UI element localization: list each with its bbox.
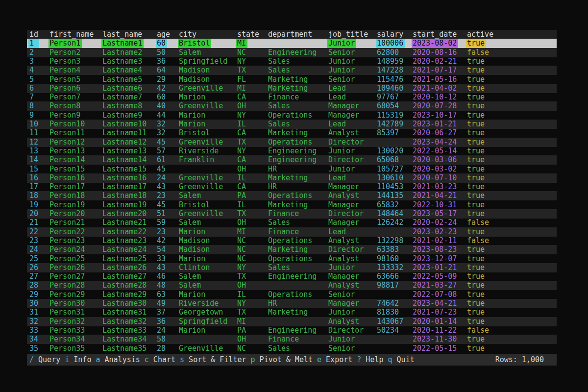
table-row[interactable]: 27Person27Lastname2746SalemTXEngineering… — [27, 272, 557, 281]
cell-salary: 130020 — [377, 147, 403, 156]
table-row[interactable]: 10Person10Lastname1032MarionILSalesLead1… — [27, 120, 557, 129]
cell-start_date: 2022-07-08 — [413, 290, 457, 299]
menu-item-sort-filter[interactable]: s Sort & Filter — [180, 355, 246, 364]
table-row[interactable]: 19Person19Lastname1945BristolILMarketing… — [27, 200, 557, 210]
table-row[interactable]: 8Person8Lastname840GreenvilleOHSalesMana… — [27, 101, 557, 111]
cell-salary: 115476 — [377, 75, 403, 84]
cell-active: true — [467, 299, 485, 308]
cell-city: Greenville — [179, 182, 223, 192]
table-row[interactable]: 30Person30Lastname3049RiversideNYHRManag… — [27, 299, 557, 308]
cell-job_title: Analyst — [328, 128, 359, 138]
menu-key: e — [317, 355, 321, 364]
table-row[interactable]: 20Person20Lastname2051GreenvilleTXFinanc… — [27, 209, 557, 219]
header-cell-age: age — [157, 30, 170, 39]
cell-job_title: Manager — [328, 299, 359, 308]
cell-salary: 147228 — [377, 66, 403, 75]
menu-item-info[interactable]: i Info — [65, 355, 91, 364]
menu-key: ? — [357, 355, 361, 364]
cell-salary: 133332 — [377, 263, 403, 272]
cell-state: TX — [237, 209, 246, 219]
cell-start_date: 2021-04-02 — [413, 84, 457, 93]
table-row[interactable]: 2Person2Lastname250SalemNCEngineeringSen… — [27, 48, 557, 57]
cell-id: 34 — [29, 335, 38, 344]
cell-active: true — [467, 155, 485, 165]
table-row[interactable]: 33Person33Lastname3324MarionPAEngineerin… — [27, 326, 557, 335]
cell-city: Bristol — [179, 200, 210, 210]
table-row-selected[interactable]: 1Person1Lastname160BristolMIJunior100006… — [27, 39, 557, 48]
table-row[interactable]: 9Person9Lastname944MarionNYOperationsMan… — [27, 111, 557, 120]
cell-department: Sales — [268, 66, 290, 75]
menu-item-pivot-melt[interactable]: p Pivot & Melt — [251, 355, 313, 364]
cell-department: Marketing — [268, 200, 308, 210]
cell-age: 58 — [157, 335, 166, 344]
cell-city: Salem — [179, 191, 201, 200]
table-row[interactable]: 15Person15Lastname1545OHHRJunior10572720… — [27, 165, 557, 174]
table-row[interactable]: 25Person25Lastname2533MarionNCOperations… — [27, 254, 557, 264]
table-row[interactable]: 14Person14Lastname1461FranklinCAEngineer… — [27, 155, 557, 165]
cell-job_title: Junior — [328, 165, 355, 174]
cell-age: 54 — [157, 245, 166, 254]
cell-age: 64 — [157, 66, 166, 75]
table-row[interactable]: 29Person29Lastname2963MarionILOperations… — [27, 290, 557, 299]
cell-salary: 81830 — [377, 308, 399, 317]
table-row[interactable]: 11Person11Lastname1132BristolCAMarketing… — [27, 128, 557, 138]
table-row[interactable]: 32Person32Lastname3236SpringfieldMIAnaly… — [27, 317, 557, 326]
table-row[interactable]: 4Person4Lastname464MadisonTXSalesJunior1… — [27, 66, 557, 75]
cell-age: 57 — [157, 147, 166, 156]
cell-active: true — [467, 200, 485, 210]
cell-id: 2 — [29, 48, 34, 57]
menu-item-quit[interactable]: q Quit — [388, 355, 415, 364]
table-row[interactable]: 3Person3Lastname336SpringfieldNYSalesJun… — [27, 57, 557, 66]
table-row[interactable]: 34Person34Lastname3458OHFinanceJunior202… — [27, 335, 557, 344]
cell-active: true — [467, 335, 485, 344]
cell-age: 32 — [157, 120, 166, 129]
cell-salary: 85397 — [377, 128, 399, 138]
table-row[interactable]: 28Person28Lastname2848SalemOHAnalyst9881… — [27, 281, 557, 290]
cell-start_date: 2022-05-09 — [413, 272, 457, 281]
table-row[interactable]: 18Person18Lastname1823SalemPAOperationsA… — [27, 191, 557, 200]
cell-active: true — [467, 263, 485, 272]
cell-last_name: Lastname33 — [102, 326, 147, 335]
cell-job_title: Analyst — [328, 317, 359, 326]
menu-item-analysis[interactable]: a Analysis — [96, 355, 140, 364]
table-row[interactable]: 16Person16Lastname1624GreenvilleILMarket… — [27, 173, 557, 183]
cell-department: Marketing — [268, 84, 308, 93]
cell-state: CA — [237, 93, 246, 102]
table-row[interactable]: 17Person17Lastname1743GreenvilleCAHRMana… — [27, 182, 557, 192]
menu-item-export[interactable]: e Export — [317, 355, 352, 364]
table-row[interactable]: 21Person21Lastname2159SalemOHSalesManage… — [27, 218, 557, 227]
cell-city: Salem — [179, 272, 201, 281]
cell-first_name: Person34 — [49, 335, 85, 344]
menu-key: s — [180, 355, 184, 364]
cell-id: 27 — [29, 272, 38, 281]
table-row[interactable]: 12Person12Lastname1245GreenvilleTXOperat… — [27, 138, 557, 147]
cell-state: PA — [237, 326, 246, 335]
cell-id: 8 — [29, 101, 34, 111]
cell-state: IL — [237, 120, 246, 129]
menu-item-chart[interactable]: c Chart — [145, 355, 175, 364]
table-row[interactable]: 13Person13Lastname1357RiversideNYEnginee… — [27, 147, 557, 156]
menu-item-query[interactable]: / Query — [29, 355, 60, 364]
menu-label: Help — [361, 355, 383, 364]
cell-state: FL — [237, 75, 246, 84]
cell-first_name: Person8 — [49, 101, 80, 111]
table-row[interactable]: 24Person24Lastname2454MadisonNCMarketing… — [27, 245, 557, 254]
cell-salary: 62800 — [377, 48, 399, 57]
cell-salary: 148464 — [377, 209, 403, 219]
cell-salary: 130610 — [377, 173, 403, 183]
table-row[interactable]: 31Person31Lastname3137GeorgetownTXMarket… — [27, 308, 557, 317]
table-row[interactable]: 6Person6Lastname642GreenvilleMIMarketing… — [27, 84, 557, 93]
cell-job_title: Junior — [328, 263, 355, 272]
table-row[interactable]: 7Person7Lastname760MarionCAFinanceLead97… — [27, 93, 557, 102]
table-row[interactable]: 26Person26Lastname2643ClintonNYSalesJuni… — [27, 263, 557, 272]
cell-start_date: 2023-05-17 — [413, 209, 457, 219]
cell-job_title: Lead — [328, 120, 346, 129]
menu-item-help[interactable]: ? Help — [357, 355, 383, 364]
table-row[interactable]: 5Person5Lastname529MadisonFLMarketingSen… — [27, 75, 557, 84]
cell-city: Madison — [179, 245, 210, 254]
table-row[interactable]: 22Person22Lastname2223MarionMIFinanceLea… — [27, 227, 557, 237]
table-row[interactable]: 35Person35Lastname3528GreenvilleNCSalesS… — [27, 344, 557, 353]
table-row[interactable]: 23Person23Lastname2342MadisonNCOperation… — [27, 236, 557, 245]
cell-age: 60 — [157, 93, 166, 102]
cell-active: true — [467, 138, 485, 147]
